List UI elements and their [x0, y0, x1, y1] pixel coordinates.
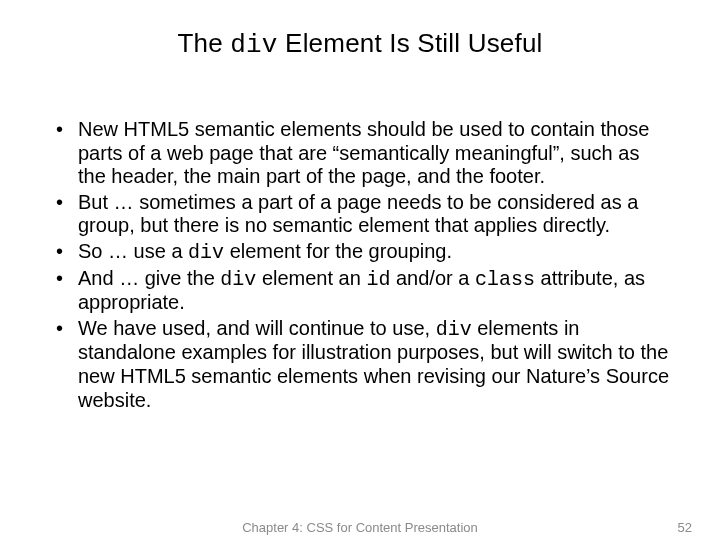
- bullet-item: We have used, and will continue to use, …: [50, 317, 670, 412]
- bullet-text: But … sometimes a part of a page needs t…: [78, 191, 638, 237]
- code-text: div: [436, 318, 472, 341]
- title-pre: The: [177, 28, 230, 58]
- footer-page-number: 52: [678, 520, 692, 535]
- bullet-item: New HTML5 semantic elements should be us…: [50, 118, 670, 189]
- code-text: div: [220, 268, 256, 291]
- bullet-text: element for the grouping.: [224, 240, 452, 262]
- bullet-list: New HTML5 semantic elements should be us…: [50, 118, 670, 412]
- slide-title: The div Element Is Still Useful: [0, 28, 720, 60]
- bullet-text: New HTML5 semantic elements should be us…: [78, 118, 649, 187]
- slide: The div Element Is Still Useful New HTML…: [0, 0, 720, 540]
- code-text: div: [188, 241, 224, 264]
- slide-body: New HTML5 semantic elements should be us…: [50, 118, 670, 414]
- code-text: class: [475, 268, 535, 291]
- bullet-item: And … give the div element an id and/or …: [50, 267, 670, 315]
- title-code: div: [230, 30, 277, 60]
- bullet-item: But … sometimes a part of a page needs t…: [50, 191, 670, 238]
- bullet-text: element an: [256, 267, 366, 289]
- bullet-text: So … use a: [78, 240, 188, 262]
- bullet-text: and/or a: [390, 267, 475, 289]
- bullet-text: And … give the: [78, 267, 220, 289]
- bullet-text: We have used, and will continue to use,: [78, 317, 436, 339]
- code-text: id: [366, 268, 390, 291]
- footer-chapter: Chapter 4: CSS for Content Presentation: [0, 520, 720, 535]
- title-post: Element Is Still Useful: [278, 28, 543, 58]
- bullet-item: So … use a div element for the grouping.: [50, 240, 670, 265]
